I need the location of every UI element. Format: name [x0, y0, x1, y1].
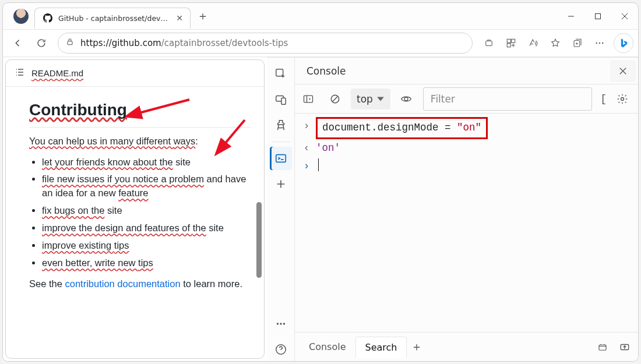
- clear-console-icon[interactable]: [324, 88, 346, 110]
- svg-rect-2: [486, 41, 492, 45]
- list-item: fix bugs on the site: [42, 204, 251, 218]
- svg-rect-1: [68, 41, 72, 45]
- text-cursor: [318, 158, 319, 171]
- live-expression-icon[interactable]: [395, 88, 417, 110]
- devtools-close-button[interactable]: [610, 60, 636, 82]
- list-item: let your friends know about the site: [42, 156, 251, 169]
- welcome-icon[interactable]: [270, 114, 292, 137]
- console-output[interactable]: › document.designMode = "on" ‹ 'on' ›: [295, 114, 638, 332]
- svg-rect-4: [512, 39, 515, 43]
- svg-point-20: [404, 97, 408, 101]
- address-bar[interactable]: https://github.com/captainbrosset/devtoo…: [58, 33, 473, 54]
- profile-avatar[interactable]: [13, 9, 29, 24]
- menu-button[interactable]: [589, 33, 610, 54]
- console-toolbar: top Filter [: [295, 84, 638, 114]
- devtools-sidebar: [267, 58, 295, 361]
- intro-paragraph: You can help us in many different ways:: [29, 135, 251, 149]
- contribution-link[interactable]: contribution documentation: [65, 278, 180, 289]
- svg-rect-22: [599, 345, 606, 350]
- svg-rect-12: [281, 98, 285, 104]
- window-controls: [558, 3, 638, 29]
- collapse-drawer-icon[interactable]: [616, 338, 633, 356]
- read-aloud-icon[interactable]: [523, 33, 544, 54]
- close-window-button[interactable]: [611, 3, 638, 29]
- svg-point-8: [599, 43, 600, 44]
- bing-button[interactable]: [614, 33, 633, 53]
- more-options-icon[interactable]: [270, 312, 292, 335]
- prompt-caret-icon: ›: [303, 158, 310, 174]
- more-tools-icon[interactable]: [270, 172, 292, 196]
- devtools-main: Console top Filter [: [295, 58, 638, 361]
- svg-point-21: [621, 97, 624, 100]
- console-panel-icon[interactable]: [270, 147, 292, 170]
- console-settings-icon[interactable]: [611, 88, 633, 110]
- console-input-row: › document.designMode = "on": [295, 117, 638, 139]
- svg-point-16: [283, 323, 284, 324]
- back-button[interactable]: [8, 33, 29, 54]
- toc-icon[interactable]: [15, 68, 24, 79]
- readme-content[interactable]: Contributing You can help us in many dif…: [6, 87, 264, 306]
- list-item: file new issues if you notice a problem …: [42, 172, 251, 200]
- readme-filename[interactable]: README.md: [31, 68, 83, 78]
- titlebar: GitHub - captainbrosset/devtoo… ✕ ＋: [3, 3, 638, 29]
- svg-rect-3: [507, 39, 510, 43]
- devtools-drawer: Console Search ＋: [295, 332, 638, 361]
- filter-input[interactable]: Filter: [423, 87, 592, 111]
- content-area: README.md Contributing You can help us i…: [3, 57, 638, 361]
- devtools-panel: Console top Filter [: [267, 57, 638, 361]
- drawer-console-tab[interactable]: Console: [300, 337, 355, 357]
- extensions-icon[interactable]: [501, 33, 522, 54]
- execution-context[interactable]: top: [351, 89, 390, 109]
- console-prompt-row[interactable]: ›: [295, 157, 638, 175]
- favorites-icon[interactable]: [545, 33, 566, 54]
- app-icon[interactable]: [478, 33, 499, 54]
- svg-rect-0: [596, 13, 601, 19]
- tab-title: GitHub - captainbrosset/devtoo…: [58, 14, 169, 23]
- outro-paragraph: See the contribution documentation to le…: [29, 277, 251, 291]
- site-info-icon[interactable]: [65, 37, 75, 49]
- svg-point-7: [596, 43, 597, 44]
- list-item: improve the design and features of the s…: [42, 221, 251, 235]
- console-tab[interactable]: Console: [297, 65, 355, 77]
- webpage-panel: README.md Contributing You can help us i…: [5, 59, 265, 359]
- levels-bracket[interactable]: [: [600, 93, 607, 105]
- github-icon: [43, 13, 52, 23]
- list-item: improve existing tips: [42, 239, 251, 253]
- tab-close-button[interactable]: ✕: [175, 13, 184, 23]
- readme-header: README.md: [6, 60, 264, 87]
- bullet-list: let your friends know about the site fil…: [29, 156, 251, 270]
- help-icon[interactable]: [270, 338, 292, 361]
- svg-point-9: [602, 43, 603, 44]
- browser-window: GitHub - captainbrosset/devtoo… ✕ ＋ http…: [2, 2, 639, 362]
- section-heading: Contributing: [29, 98, 251, 128]
- drawer-search-tab[interactable]: Search: [355, 337, 407, 358]
- devtools-tabbar: Console: [295, 58, 638, 84]
- browser-toolbar: https://github.com/captainbrosset/devtoo…: [3, 29, 638, 57]
- collections-icon[interactable]: [567, 33, 588, 54]
- svg-rect-5: [507, 44, 510, 47]
- maximize-button[interactable]: [584, 3, 611, 29]
- svg-rect-18: [304, 96, 313, 103]
- svg-rect-13: [276, 155, 286, 162]
- toggle-sidebar-icon[interactable]: [297, 88, 319, 110]
- scrollbar-thumb[interactable]: [256, 202, 262, 278]
- svg-point-15: [280, 323, 281, 324]
- console-result-row: ‹ 'on': [295, 139, 638, 157]
- new-tab-button[interactable]: ＋: [193, 6, 213, 26]
- refresh-button[interactable]: [31, 33, 52, 54]
- device-emulation-icon[interactable]: [270, 88, 292, 111]
- output-caret-icon: ‹: [303, 140, 310, 156]
- annotation-highlight: document.designMode = "on": [316, 117, 488, 139]
- scrollbar[interactable]: [255, 74, 263, 356]
- drawer-add-tab[interactable]: ＋: [407, 337, 427, 357]
- svg-point-14: [276, 323, 278, 324]
- inspect-element-icon[interactable]: [270, 62, 292, 86]
- input-caret-icon: ›: [303, 118, 310, 133]
- url-text: https://github.com/captainbrosset/devtoo…: [80, 38, 465, 48]
- list-item: even better, write new tips: [42, 256, 251, 270]
- browser-tab[interactable]: GitHub - captainbrosset/devtoo… ✕: [34, 8, 191, 29]
- minimize-button[interactable]: [558, 3, 584, 29]
- issues-icon[interactable]: [594, 338, 611, 356]
